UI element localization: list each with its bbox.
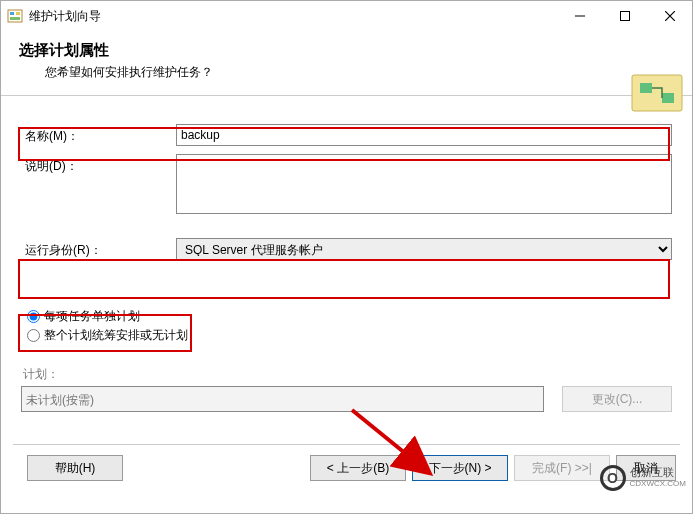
svg-rect-2 xyxy=(16,12,20,15)
schedule-readonly: 未计划(按需) xyxy=(21,386,544,412)
radio-single[interactable] xyxy=(27,329,40,342)
watermark: O 创新互联 CDXWCX.COM xyxy=(600,465,686,491)
finish-button: 完成(F) >>| xyxy=(514,455,610,481)
radio-single-label: 整个计划统筹安排或无计划 xyxy=(44,327,188,344)
name-input[interactable] xyxy=(176,124,672,146)
next-button[interactable]: 下一步(N) > xyxy=(412,455,508,481)
close-button[interactable] xyxy=(647,1,692,31)
svg-rect-4 xyxy=(620,12,629,21)
wizard-icon xyxy=(7,8,23,24)
watermark-text: 创新互联 CDXWCX.COM xyxy=(630,467,686,489)
page-title: 选择计划属性 xyxy=(19,41,674,60)
svg-rect-6 xyxy=(640,83,652,93)
runas-row: 运行身份(R)： SQL Server 代理服务帐户 xyxy=(21,238,672,260)
header-area: 选择计划属性 您希望如何安排执行维护任务？ xyxy=(1,31,692,96)
name-row: 名称(M)： xyxy=(21,124,672,146)
watermark-logo-icon: O xyxy=(600,465,626,491)
footer: 帮助(H) < 上一步(B) 下一步(N) > 完成(F) >>| 取消 xyxy=(1,455,692,495)
runas-label: 运行身份(R)： xyxy=(21,238,176,259)
svg-rect-1 xyxy=(10,12,14,15)
help-button[interactable]: 帮助(H) xyxy=(27,455,123,481)
runas-select[interactable]: SQL Server 代理服务帐户 xyxy=(176,238,672,260)
body-area: 名称(M)： 说明(D)： 运行身份(R)： SQL Server 代理服务帐户… xyxy=(1,96,692,444)
titlebar: 维护计划向导 xyxy=(1,1,692,31)
footer-rule xyxy=(13,444,680,445)
wizard-window: 维护计划向导 选择计划属性 您希望如何安排执行维护任务？ 名称(M)： xyxy=(0,0,693,514)
back-button[interactable]: < 上一步(B) xyxy=(310,455,406,481)
svg-rect-0 xyxy=(8,10,22,22)
minimize-button[interactable] xyxy=(557,1,602,31)
schedule-row: 未计划(按需) 更改(C)... xyxy=(21,386,672,412)
radio-single-row[interactable]: 整个计划统筹安排或无计划 xyxy=(27,327,672,344)
change-schedule-button: 更改(C)... xyxy=(562,386,672,412)
svg-rect-3 xyxy=(10,17,20,20)
radio-separate-label: 每项任务单独计划 xyxy=(44,308,140,325)
description-label: 说明(D)： xyxy=(21,154,176,175)
radio-separate[interactable] xyxy=(27,310,40,323)
window-title: 维护计划向导 xyxy=(29,7,557,25)
name-label: 名称(M)： xyxy=(21,124,176,145)
description-textarea[interactable] xyxy=(176,154,672,214)
schedule-section-label: 计划： xyxy=(23,366,672,383)
radio-separate-row[interactable]: 每项任务单独计划 xyxy=(27,308,672,325)
page-subtitle: 您希望如何安排执行维护任务？ xyxy=(45,64,674,81)
maximize-button[interactable] xyxy=(602,1,647,31)
description-row: 说明(D)： xyxy=(21,154,672,214)
schedule-radio-group: 每项任务单独计划 整个计划统筹安排或无计划 xyxy=(27,308,672,344)
